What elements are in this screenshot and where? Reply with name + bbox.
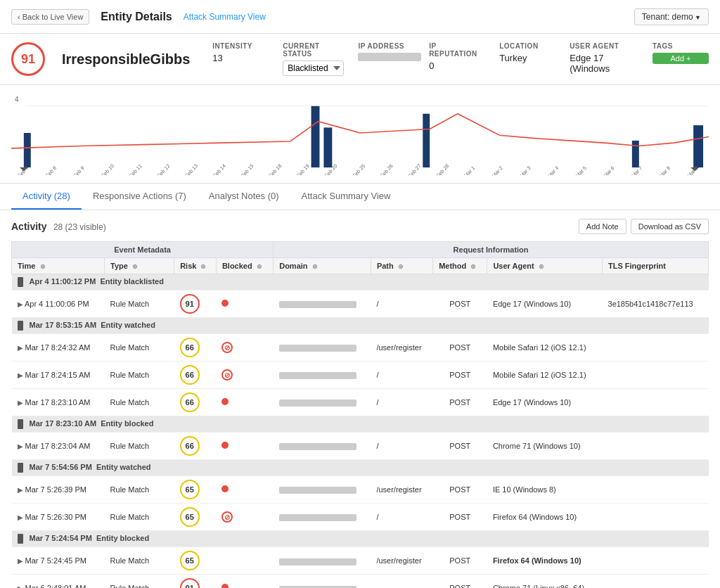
table-row: ▶ Mar 17 8:23:10 AM Rule Match 66 / POST… <box>12 389 709 416</box>
expand-button[interactable]: ▶ <box>18 300 23 308</box>
risk-badge: 65 <box>180 507 200 527</box>
request-info-header: Request Information <box>274 242 709 258</box>
risk-badge: 91 <box>180 294 200 314</box>
cell-method: POST <box>433 504 487 531</box>
risk-badge: 91 <box>180 578 200 588</box>
cell-risk: 91 <box>174 575 217 588</box>
svg-text:Feb 27: Feb 27 <box>407 162 422 175</box>
cell-risk: 65 <box>174 504 217 531</box>
user-agent-value: Edge 17 (Windows <box>570 53 638 74</box>
cell-time: ▶ Mar 17 8:23:10 AM <box>12 389 105 416</box>
cell-user-agent: IE 10 (Windows 8) <box>487 476 603 504</box>
download-csv-button[interactable]: Download as CSV <box>631 219 709 234</box>
intensity-value: 13 <box>212 53 269 63</box>
svg-text:Feb 10: Feb 10 <box>101 162 115 175</box>
activity-section: Activity 28 (23 visible) Add Note Downlo… <box>0 210 720 588</box>
cell-type: Rule Match <box>105 547 174 575</box>
cell-user-agent: Edge 17 (Windows 10) <box>487 290 603 318</box>
expand-button[interactable]: ▶ <box>18 557 23 565</box>
action-buttons: Add Note Download as CSV <box>579 219 709 234</box>
svg-text:Feb 19: Feb 19 <box>295 162 310 175</box>
tab-activity[interactable]: Activity (28) <box>11 184 82 210</box>
group-row-label: Mar 7 5:54:56 PM Entity watched <box>12 460 709 476</box>
cell-domain <box>274 547 371 575</box>
domain-redacted <box>279 301 356 308</box>
col-path[interactable]: Path ⊕ <box>371 258 432 274</box>
cell-type: Rule Match <box>105 504 174 531</box>
expand-button[interactable]: ▶ <box>18 513 23 521</box>
activity-chart: 4 Feb 7 Feb 8 Feb 9 Feb 10 Feb 11 Feb 12… <box>11 91 709 175</box>
cell-method: POST <box>433 547 487 575</box>
table-row: ▶ Mar 17 8:24:32 AM Rule Match 66 ⊘ /use… <box>12 334 709 362</box>
chart-container: 4 Feb 7 Feb 8 Feb 9 Feb 10 Feb 11 Feb 12… <box>11 91 709 175</box>
activity-title: Activity <box>11 221 47 232</box>
col-method[interactable]: Method ⊕ <box>433 258 487 274</box>
add-tag-button[interactable]: Add + <box>652 53 709 64</box>
expand-button[interactable]: ▶ <box>18 344 23 352</box>
expand-button[interactable]: ▶ <box>18 371 23 379</box>
col-domain[interactable]: Domain ⊕ <box>274 258 371 274</box>
svg-text:Mar 5: Mar 5 <box>574 165 588 175</box>
table-col-header-row: Time ⊕ Type ⊕ Risk ⊕ Blocked ⊕ Domain ⊕ … <box>12 258 709 274</box>
col-type[interactable]: Type ⊕ <box>105 258 174 274</box>
expand-button[interactable]: ▶ <box>18 399 23 407</box>
domain-redacted <box>279 372 356 379</box>
cell-path: / <box>371 433 432 460</box>
col-blocked[interactable]: Blocked ⊕ <box>216 258 273 274</box>
svg-text:Mar 6: Mar 6 <box>603 165 616 175</box>
risk-badge: 65 <box>180 551 200 570</box>
ip-reputation-group: IP REPUTATION 0 <box>429 42 485 71</box>
blocked-dot-icon <box>221 442 229 449</box>
col-user-agent[interactable]: User Agent ⊕ <box>487 258 603 274</box>
cell-user-agent: Edge 17 (Windows 10) <box>487 389 603 416</box>
cell-type: Rule Match <box>105 389 174 416</box>
cell-domain <box>274 575 371 588</box>
cell-path: / <box>371 362 432 389</box>
table-group-row: Mar 17 8:23:10 AM Entity blocked <box>12 416 709 433</box>
group-row-label: Apr 4 11:00:12 PM Entity blacklisted <box>12 274 709 290</box>
attack-summary-link[interactable]: Attack Summary View <box>184 12 266 22</box>
ip-reputation-label: IP REPUTATION <box>429 42 485 58</box>
blocked-dot-icon <box>221 485 229 492</box>
table-body: Apr 4 11:00:12 PM Entity blacklisted ▶ A… <box>12 274 709 589</box>
intensity-label: INTENSITY <box>212 42 269 50</box>
svg-rect-6 <box>632 141 639 167</box>
tab-attack-summary[interactable]: Attack Summary View <box>290 184 402 210</box>
col-tls: TLS Fingerprint <box>603 258 709 274</box>
activity-count: 28 (23 visible) <box>53 222 106 232</box>
svg-text:Feb 13: Feb 13 <box>184 162 199 175</box>
back-to-live-view-button[interactable]: Back to Live View <box>11 9 89 25</box>
expand-button[interactable]: ▶ <box>18 442 23 450</box>
status-select[interactable]: Blacklisted Watched Normal <box>283 60 344 76</box>
cell-user-agent: Firefox 64 (Windows 10) <box>487 504 603 531</box>
cell-path: / <box>371 389 432 416</box>
expand-button[interactable]: ▶ <box>18 486 23 494</box>
cell-domain <box>274 389 371 416</box>
table-group-header-row: Event Metadata Request Information <box>12 242 709 258</box>
cell-blocked <box>216 476 273 504</box>
cell-time: ▶ Mar 17 8:24:15 AM <box>12 362 105 389</box>
location-value: Turkey <box>499 53 555 63</box>
expand-button[interactable]: ▶ <box>18 584 23 588</box>
table-group-row: Mar 7 5:24:54 PM Entity blocked <box>12 531 709 547</box>
svg-text:Feb 15: Feb 15 <box>240 162 255 175</box>
tenant-badge[interactable]: Tenant: demo <box>634 8 709 25</box>
cell-blocked <box>216 547 273 575</box>
user-agent-group: USER AGENT Edge 17 (Windows <box>570 42 638 74</box>
tab-responsive-actions[interactable]: Responsive Actions (7) <box>82 184 198 210</box>
user-agent-sort-icon: ⊕ <box>539 263 544 270</box>
cell-time: ▶ Mar 17 8:24:32 AM <box>12 334 105 362</box>
cell-type: Rule Match <box>105 433 174 460</box>
cell-blocked: ⊘ <box>216 334 273 362</box>
svg-rect-4 <box>323 127 332 167</box>
activity-header: Activity 28 (23 visible) Add Note Downlo… <box>11 219 709 234</box>
col-time[interactable]: Time ⊕ <box>12 258 105 274</box>
cell-method: POST <box>433 362 487 389</box>
cell-path <box>371 575 432 588</box>
add-note-button[interactable]: Add Note <box>579 219 626 234</box>
cell-tls <box>603 334 709 362</box>
cell-method: POST <box>433 334 487 362</box>
type-sort-icon: ⊕ <box>132 263 138 270</box>
tab-analyst-notes[interactable]: Analyst Notes (0) <box>198 184 290 210</box>
col-risk[interactable]: Risk ⊕ <box>174 258 217 274</box>
